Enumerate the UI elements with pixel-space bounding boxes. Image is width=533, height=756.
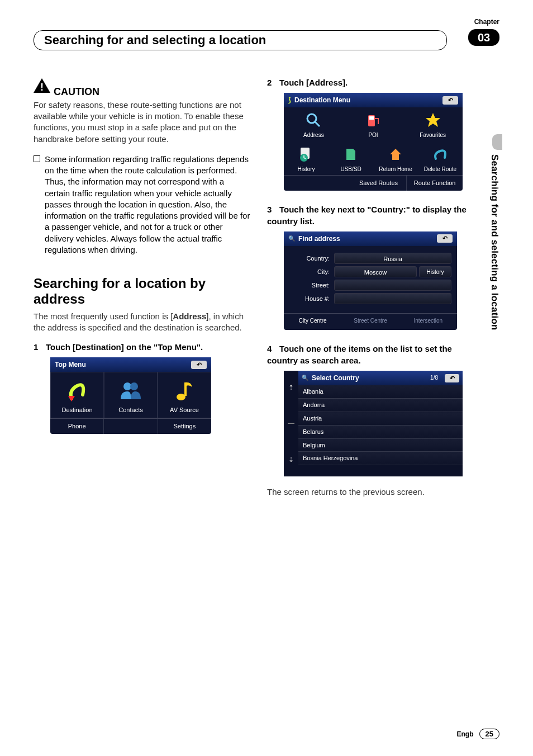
country-field[interactable]: Russia xyxy=(334,253,451,264)
caution-heading: CAUTION xyxy=(54,85,99,98)
tab-intersection[interactable]: Intersection xyxy=(399,314,457,328)
screenshot-select-country: ⇡ ⇣ 🔍 Select Country 1/8 ↶ Albania Andor… xyxy=(284,371,463,476)
destmenu-usbsd[interactable]: USB/SD xyxy=(329,141,373,176)
svg-marker-14 xyxy=(390,149,401,160)
left-column: ! CAUTION For safety reasons, these rout… xyxy=(34,77,250,498)
destmenu-route-function[interactable]: Route Function xyxy=(406,176,463,191)
right-column: 2Touch [Address]. ⟆ Destination Menu ↶ A… xyxy=(267,77,484,498)
svg-line-8 xyxy=(315,122,320,126)
scroll-up-icon[interactable]: ⇡ xyxy=(288,383,294,392)
destmenu-saved-routes[interactable]: Saved Routes xyxy=(351,176,407,191)
svg-point-3 xyxy=(123,382,131,390)
scroll-down-icon[interactable]: ⇣ xyxy=(288,455,294,464)
destmenu-delete-route[interactable]: Delete Route xyxy=(418,141,463,176)
back-icon[interactable]: ↶ xyxy=(437,234,453,243)
country-item[interactable]: Bosnia Herzegovina xyxy=(298,452,463,465)
page-indicator: 1/8 xyxy=(430,374,438,382)
history-icon xyxy=(297,145,316,164)
svg-marker-2 xyxy=(68,396,75,401)
home-icon xyxy=(386,145,405,164)
bullet-marker-icon xyxy=(34,155,40,162)
svg-point-5 xyxy=(177,394,185,400)
street-field[interactable] xyxy=(334,280,451,291)
search-icon xyxy=(304,111,323,130)
note-text: Some information regarding traffic regul… xyxy=(45,154,250,256)
tab-handle xyxy=(492,134,502,150)
topmenu-settings[interactable]: Settings xyxy=(158,419,211,434)
search-small-icon: 🔍 xyxy=(302,374,308,382)
step-4: 4Touch one of the items on the list to s… xyxy=(267,343,484,366)
svg-point-7 xyxy=(307,114,316,123)
section-intro: The most frequently used function is [Ad… xyxy=(34,311,250,334)
findaddr-title: Find address xyxy=(298,234,340,243)
caution-body: For safety reasons, these route-setting … xyxy=(34,100,250,145)
destmenu-address[interactable]: Address xyxy=(284,107,344,141)
country-item[interactable]: Belarus xyxy=(298,426,463,439)
section-heading: Searching for a location by address xyxy=(34,276,250,306)
country-item[interactable]: Austria xyxy=(298,412,463,426)
step-2: 2Touch [Address]. xyxy=(267,77,484,88)
svg-rect-10 xyxy=(369,116,374,120)
destmenu-return-home[interactable]: Return Home xyxy=(373,141,418,176)
topmenu-avsource[interactable]: AV Source xyxy=(158,372,211,418)
country-item[interactable]: Belgium xyxy=(298,439,463,452)
return-text: The screen returns to the previous scree… xyxy=(267,486,484,498)
screenshot-find-address: 🔍 Find address ↶ Country: Russia City: M… xyxy=(284,231,457,330)
screenshot-top-menu: Top Menu ↶ Destination Contacts xyxy=(50,357,211,434)
sd-card-icon xyxy=(341,145,360,164)
warning-icon: ! xyxy=(34,77,50,98)
topmenu-phone[interactable]: Phone xyxy=(50,419,103,434)
step-1: 1Touch [Destination] on the "Top Menu". xyxy=(34,342,250,353)
house-field[interactable] xyxy=(334,293,451,304)
star-icon xyxy=(423,111,442,130)
side-tab: Searching for and selecting a location xyxy=(489,134,502,380)
delete-route-icon xyxy=(431,145,450,164)
step-3: 3Touch the key next to "Country:" to dis… xyxy=(267,204,484,227)
city-label: City: xyxy=(289,268,334,276)
search-small-icon: 🔍 xyxy=(288,235,295,243)
contacts-icon xyxy=(118,378,143,403)
tab-city-centre[interactable]: City Centre xyxy=(284,314,341,328)
city-field[interactable]: Moscow xyxy=(334,266,417,277)
back-icon[interactable]: ↶ xyxy=(445,374,459,382)
selcountry-title: Select Country xyxy=(312,374,359,382)
note-bullet: Some information regarding traffic regul… xyxy=(34,154,250,256)
svg-point-4 xyxy=(130,382,138,390)
screenshot-destination-menu: ⟆ Destination Menu ↶ Address POI xyxy=(284,93,463,191)
destmenu-poi[interactable]: POI xyxy=(344,107,403,141)
tab-street-centre[interactable]: Street Centre xyxy=(341,314,399,328)
page-title: Searching for and selecting a location xyxy=(34,30,447,50)
svg-marker-11 xyxy=(426,113,440,127)
chapter-number-badge: 03 xyxy=(468,29,499,46)
music-note-icon xyxy=(172,378,197,403)
chapter-label: Chapter xyxy=(474,18,499,26)
country-item[interactable]: Albania xyxy=(298,385,463,399)
destmenu-title: Destination Menu xyxy=(294,96,350,105)
destmenu-history[interactable]: History xyxy=(284,141,329,176)
topmenu-contacts[interactable]: Contacts xyxy=(104,372,158,418)
history-button[interactable]: History xyxy=(419,266,451,277)
country-item[interactable]: Andorra xyxy=(298,399,463,412)
back-icon[interactable]: ↶ xyxy=(442,96,458,105)
topmenu-spacer xyxy=(103,419,157,434)
back-icon[interactable]: ↶ xyxy=(191,361,207,369)
house-label: House #: xyxy=(289,295,334,303)
fuel-icon xyxy=(364,111,383,130)
country-label: Country: xyxy=(289,254,334,263)
destmenu-favourites[interactable]: Favourites xyxy=(403,107,463,141)
topmenu-title: Top Menu xyxy=(55,360,86,369)
side-tab-label: Searching for and selecting a location xyxy=(489,154,500,330)
footer-lang: Engb xyxy=(457,730,474,738)
topmenu-destination[interactable]: Destination xyxy=(50,372,104,418)
street-label: Street: xyxy=(289,281,334,290)
route-icon: ⟆ xyxy=(288,96,291,105)
svg-text:!: ! xyxy=(40,82,44,93)
page-number: 25 xyxy=(479,729,499,739)
destination-icon xyxy=(65,378,89,403)
